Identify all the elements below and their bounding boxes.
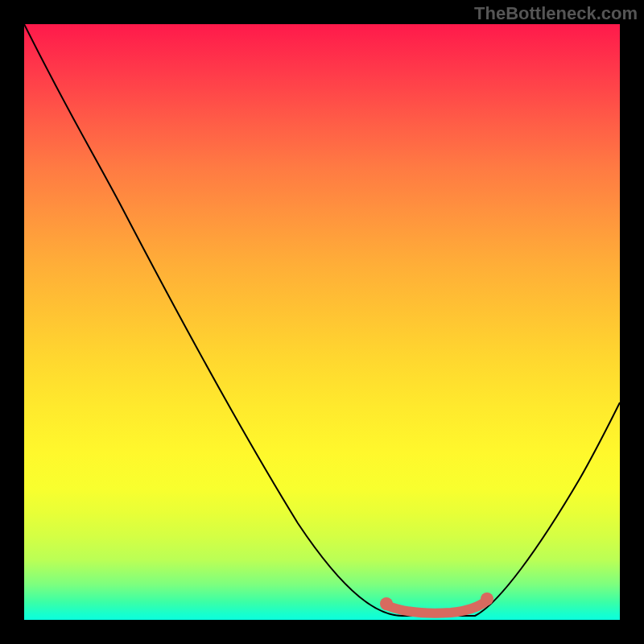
plot-area: [24, 24, 620, 620]
optimal-start-dot: [380, 597, 393, 610]
watermark-text: TheBottleneck.com: [474, 3, 638, 24]
chart-frame: TheBottleneck.com: [0, 0, 644, 644]
optimal-end-dot: [481, 592, 493, 605]
curve-line: [24, 24, 620, 616]
bottleneck-curve: [24, 24, 620, 620]
optimal-range-highlight: [386, 601, 487, 613]
